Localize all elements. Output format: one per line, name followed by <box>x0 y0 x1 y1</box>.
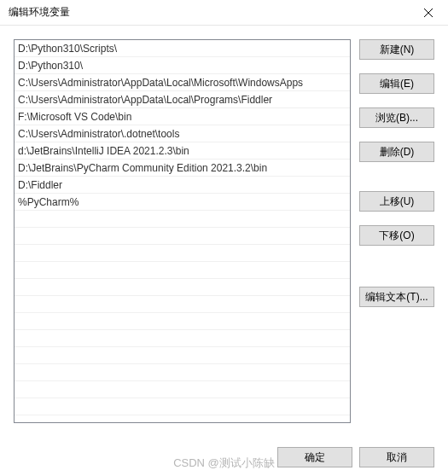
list-item-empty[interactable]: . <box>15 330 350 347</box>
ok-button[interactable]: 确定 <box>277 447 352 467</box>
list-item[interactable]: D:\Python310\ <box>15 57 350 74</box>
close-button[interactable] <box>416 0 441 26</box>
list-item-empty[interactable]: . <box>15 364 350 381</box>
edit-button[interactable]: 编辑(E) <box>359 73 434 94</box>
list-item[interactable]: C:\Users\Administrator\AppData\Local\Mic… <box>15 74 350 91</box>
list-item-empty[interactable]: . <box>15 262 350 279</box>
list-item-empty[interactable]: . <box>15 313 350 330</box>
list-item[interactable]: F:\Microsoft VS Code\bin <box>15 108 350 125</box>
list-item-empty[interactable]: . <box>15 347 350 364</box>
list-item[interactable]: d:\JetBrains\IntelliJ IDEA 2021.2.3\bin <box>15 142 350 160</box>
list-item-empty[interactable]: . <box>15 296 350 313</box>
footer-buttons: 确定 取消 <box>277 447 434 467</box>
list-item[interactable]: D:\JetBrains\PyCharm Community Edition 2… <box>15 160 350 177</box>
button-column: 新建(N) 编辑(E) 浏览(B)... 删除(D) 上移(U) 下移(O) 编… <box>359 39 434 423</box>
titlebar: 编辑环境变量 <box>0 0 448 26</box>
list-item-empty[interactable]: . <box>15 398 350 415</box>
movedown-button[interactable]: 下移(O) <box>359 225 434 246</box>
moveup-button[interactable]: 上移(U) <box>359 191 434 212</box>
path-listbox[interactable]: D:\Python310\Scripts\ D:\Python310\ C:\U… <box>14 39 351 423</box>
window-title: 编辑环境变量 <box>9 5 70 20</box>
cancel-button[interactable]: 取消 <box>359 447 434 467</box>
list-item-empty[interactable]: . <box>15 245 350 262</box>
list-item[interactable]: C:\Users\Administrator\.dotnet\tools <box>15 125 350 142</box>
list-item-empty[interactable]: . <box>15 228 350 245</box>
content-area: D:\Python310\Scripts\ D:\Python310\ C:\U… <box>0 26 448 430</box>
browse-button[interactable]: 浏览(B)... <box>359 107 434 128</box>
list-item-empty[interactable]: . <box>15 279 350 296</box>
list-item[interactable]: %PyCharm% <box>15 194 350 211</box>
delete-button[interactable]: 删除(D) <box>359 142 434 162</box>
close-icon <box>424 9 433 17</box>
new-button[interactable]: 新建(N) <box>359 39 434 60</box>
list-item[interactable]: D:\Python310\Scripts\ <box>15 40 350 57</box>
list-item[interactable]: C:\Users\Administrator\AppData\Local\Pro… <box>15 91 350 108</box>
list-item[interactable]: D:\Fiddler <box>15 177 350 194</box>
edittext-button[interactable]: 编辑文本(T)... <box>359 287 434 307</box>
list-item-empty[interactable]: . <box>15 211 350 228</box>
list-item-empty[interactable]: . <box>15 381 350 398</box>
watermark: CSDN @测试小陈缺 <box>173 456 275 471</box>
